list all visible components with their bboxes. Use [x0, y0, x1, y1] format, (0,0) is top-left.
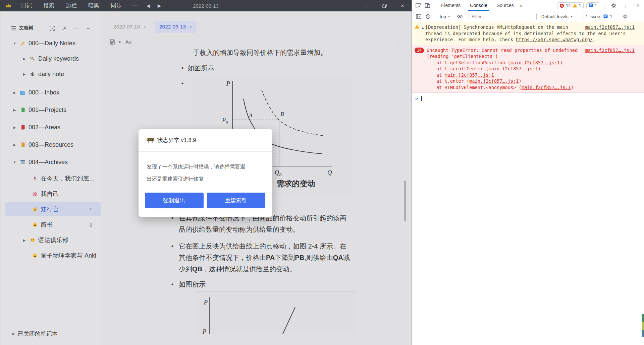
- log-levels-selector[interactable]: Default levels ▼: [541, 14, 573, 19]
- issues-counter[interactable]: 1: [586, 2, 599, 9]
- tab-elements[interactable]: Elements: [436, 0, 465, 11]
- chevron-right-icon[interactable]: ▶: [12, 143, 17, 147]
- console-settings-icon[interactable]: [620, 12, 630, 21]
- panel-minimize-icon[interactable]: −: [86, 25, 91, 31]
- tree-item-daily-notes[interactable]: ▼ 000—Daily Notes: [0, 36, 101, 51]
- issues-pill[interactable]: 1 Issue: 1: [583, 13, 615, 20]
- menu-search[interactable]: 搜索: [43, 2, 54, 9]
- tree-item-archives[interactable]: ▼ 004—Archives: [0, 153, 101, 171]
- menu-sidebar[interactable]: 边栏: [66, 2, 77, 9]
- source-link[interactable]: main.f2cf857….js:1: [585, 24, 635, 30]
- tab-2022-03-13[interactable]: 2022-03-13 ×: [155, 21, 197, 33]
- supply-chart-image[interactable]: P P: [196, 291, 356, 334]
- tree-item-doc-jianshu[interactable]: 简书 8: [0, 217, 101, 232]
- source-link[interactable]: main.f2cf857….js:1: [445, 72, 494, 78]
- source-link[interactable]: main.f2cf857….js:1: [585, 47, 635, 54]
- tree-item-grammar-club[interactable]: ▶ 语法俱乐部: [0, 232, 101, 248]
- editor-more-icon[interactable]: ···: [396, 40, 403, 45]
- console-warning-row[interactable]: ▶ main.f2cf857….js:1 [Deprecation] Synch…: [412, 22, 644, 45]
- clear-console-icon[interactable]: [423, 12, 433, 21]
- stack-frame: at HTMLDivElement.<anonymous> (main.f2cf…: [427, 84, 635, 91]
- tree-item-doc-myself[interactable]: 我自己: [0, 186, 101, 202]
- tree-item-projects[interactable]: ▶ 001—Projects: [0, 101, 101, 119]
- tab-sources[interactable]: Sources: [492, 0, 519, 11]
- tab-console[interactable]: Console: [465, 0, 492, 11]
- source-link[interactable]: main.f2cf857….js:1: [511, 60, 560, 65]
- tree-item-doc-today[interactable]: 在今天，我们到底…: [0, 171, 101, 186]
- expand-arrow-icon[interactable]: ▶: [421, 25, 425, 31]
- devtools-settings-icon[interactable]: [609, 1, 619, 10]
- menu-sync[interactable]: 同步: [111, 2, 122, 9]
- source-link[interactable]: main.f2cf857….js:1: [489, 66, 538, 71]
- chevron-right-icon[interactable]: ▶: [12, 126, 17, 129]
- books-stack-icon: [19, 159, 26, 165]
- font-settings-button[interactable]: Aa: [125, 39, 131, 45]
- inspect-element-icon[interactable]: [413, 1, 423, 10]
- console-filter-input[interactable]: [469, 13, 537, 20]
- context-selector[interactable]: top ▼: [440, 14, 450, 19]
- tree-item-areas[interactable]: ▶ 002—Areas: [0, 119, 101, 136]
- chevron-down-icon[interactable]: ▼: [12, 42, 17, 45]
- tree-item-daily-keywords[interactable]: ▶ Daily keywords: [0, 51, 101, 66]
- more-tabs-icon[interactable]: »: [519, 3, 524, 8]
- tree-item-quantum-anki[interactable]: 量子物理学家与 Anki: [0, 248, 101, 263]
- stack-frame: at t.scrollCenter (main.f2cf857….js:1): [427, 66, 635, 72]
- window-minimize-button[interactable]: ─: [357, 0, 375, 11]
- document-icon[interactable]: [110, 39, 115, 45]
- warning-text: thread is deprecated because of its detr…: [425, 30, 635, 37]
- stack-frame: at main.f2cf857….js:1: [427, 72, 635, 78]
- flower-icon: [32, 191, 38, 197]
- closed-notebooks-item[interactable]: ▶ 已关闭的笔记本: [0, 330, 58, 338]
- error-warning-counter[interactable]: 14 1: [557, 2, 584, 9]
- live-expression-eye-icon[interactable]: [455, 12, 465, 21]
- window-close-button[interactable]: ✕: [393, 0, 412, 11]
- doc-count-badge: 1: [90, 207, 92, 212]
- chevron-right-icon[interactable]: ▶: [12, 91, 17, 94]
- tree-item-label: 知行合一: [41, 205, 65, 213]
- devtools-tabbar: Elements Console Sources » 14 1 1: [412, 0, 644, 11]
- tab-2022-03-10[interactable]: 2022-03-10 ×: [109, 21, 151, 33]
- tree-item-label: 000—Daily Notes: [29, 40, 75, 47]
- smiley-icon: [32, 222, 38, 228]
- list-item: • 如图所示: [168, 62, 359, 74]
- nav-back-icon[interactable]: ◀: [147, 3, 150, 8]
- bullet-icon: •: [170, 240, 175, 275]
- tab-close-icon[interactable]: ×: [143, 24, 146, 29]
- tab-close-icon[interactable]: ×: [189, 24, 192, 29]
- nav-forward-icon[interactable]: ▶: [158, 3, 161, 8]
- chevron-right-icon[interactable]: ▶: [12, 108, 17, 112]
- devtools-menu-icon[interactable]: ⋮: [621, 1, 631, 10]
- chevron-right-icon[interactable]: ▶: [11, 332, 16, 336]
- device-toolbar-icon[interactable]: [423, 1, 432, 10]
- editor-scrollbar[interactable]: [404, 181, 406, 221]
- force-exit-button[interactable]: 强制退出: [145, 193, 204, 208]
- titlebar-more-icon[interactable]: ···: [131, 3, 139, 9]
- collapse-all-icon[interactable]: [61, 25, 67, 31]
- chevron-down-icon[interactable]: ▼: [12, 160, 17, 164]
- chevron-right-icon[interactable]: ▶: [22, 57, 27, 61]
- tree-item-doc-zhixingheyi[interactable]: 知行合一 1: [0, 202, 101, 217]
- warning-icon: [415, 24, 421, 29]
- app-logo-crown-icon[interactable]: [5, 3, 12, 9]
- menu-daily-note[interactable]: 日记: [21, 2, 32, 9]
- source-link[interactable]: main.f2cf857….js:1: [522, 85, 571, 90]
- console-error-row[interactable]: 14 main.f2cf857….js:1 Uncaught TypeError…: [412, 45, 644, 93]
- locate-doc-icon[interactable]: [49, 25, 55, 31]
- tree-item-daily-note[interactable]: ▶ daily note: [0, 66, 101, 82]
- source-link[interactable]: main.f2cf857….js:1: [469, 78, 519, 84]
- panel-more-icon[interactable]: ···: [73, 25, 79, 31]
- console-sidebar-icon[interactable]: [414, 12, 423, 21]
- spec-link[interactable]: https://xhr.spec.whatwg.org/: [516, 37, 593, 42]
- chevron-right-icon[interactable]: ▶: [22, 238, 27, 242]
- devtools-close-icon[interactable]: ✕: [633, 1, 643, 10]
- window-restore-button[interactable]: [375, 0, 393, 11]
- tree-item-inbox[interactable]: ▶ 000—Inbox: [0, 84, 101, 101]
- app-window: 日记 搜索 边栏 暗黑 同步 ··· ◀ ▶ 2022-03-13 ─ ✕: [0, 0, 412, 345]
- tree-item-resources[interactable]: ▶ 003—Resources: [0, 136, 101, 153]
- console-prompt[interactable]: >: [412, 93, 644, 102]
- bullet-icon: •: [180, 62, 185, 74]
- rebuild-index-button[interactable]: 重建索引: [207, 193, 266, 208]
- tree-item-label: Daily keywords: [38, 55, 79, 62]
- chevron-right-icon[interactable]: ▶: [22, 72, 27, 76]
- menu-dark-mode[interactable]: 暗黑: [88, 2, 99, 9]
